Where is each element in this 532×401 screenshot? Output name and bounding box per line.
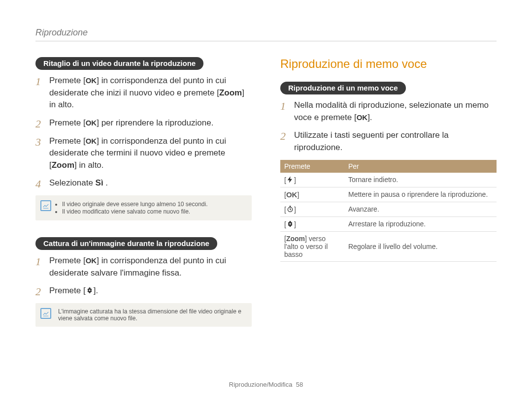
step-text: Premete [ — [49, 76, 86, 85]
option-label: Sì — [96, 178, 103, 187]
step-text: Utilizzate i tasti seguenti per controll… — [294, 130, 449, 152]
list-item: 2 Premete []. — [35, 285, 252, 297]
table-row: [] Tornare indietro. — [280, 173, 497, 187]
note-icon — [40, 308, 51, 319]
table-cell-desc: Arrestare la riproduzione. — [344, 216, 497, 231]
note-list: Il video originale deve essere lungo alm… — [62, 201, 246, 215]
table-header: Premete — [280, 160, 344, 173]
section2-pill: Cattura di un'immagine durante la riprod… — [35, 237, 217, 250]
timer-icon — [286, 205, 294, 213]
svg-point-0 — [89, 290, 90, 291]
table-cell-key: [] — [280, 173, 344, 187]
page-footer: Riproduzione/Modifica 58 — [0, 381, 532, 388]
table-row: [OK] Mettere in pausa o riprendere la ri… — [280, 187, 497, 202]
flash-icon — [286, 176, 294, 184]
table-header-row: Premete Per — [280, 160, 497, 173]
table-cell-desc: Mettere in pausa o riprendere la riprodu… — [344, 187, 497, 202]
table-cell-key: [] — [280, 216, 344, 231]
step-number: 1 — [35, 254, 41, 270]
step-number: 3 — [35, 134, 41, 150]
step-number: 2 — [35, 116, 41, 132]
step-text: Premete [ — [49, 286, 86, 295]
list-item: 4 Selezionate Sì . — [35, 177, 252, 189]
ok-icon: OK — [357, 112, 368, 123]
step-text: Premete [ — [49, 136, 86, 146]
step-text: Nella modalità di riproduzione, selezion… — [294, 100, 489, 122]
table-cell-desc: Regolare il livello del volume. — [344, 231, 497, 261]
list-item: 1 Premete [OK] in corrispondenza del pun… — [35, 255, 252, 279]
ok-icon: OK — [86, 136, 97, 147]
table-cell-key: [] — [280, 202, 344, 216]
zoom-label: Zoom — [286, 235, 305, 243]
table-cell-desc: Avanzare. — [344, 202, 497, 216]
content-columns: Ritaglio di un video durante la riproduz… — [35, 57, 497, 327]
table-row: [Zoom] verso l'alto o verso il basso Reg… — [280, 231, 497, 261]
note-box: L'immagine catturata ha la stessa dimens… — [35, 303, 252, 327]
step-number: 4 — [35, 176, 41, 192]
table-cell-desc: Tornare indietro. — [344, 173, 497, 187]
list-item: 2 Utilizzate i tasti seguenti per contro… — [280, 129, 497, 154]
ok-icon: OK — [86, 118, 97, 128]
step-number: 1 — [280, 98, 286, 114]
step-text: ]. — [94, 286, 98, 295]
right-pill: Riproduzione di un memo voce — [280, 82, 406, 94]
step-text: . — [103, 178, 108, 187]
step-number: 2 — [35, 284, 41, 300]
table-row: [] Avanzare. — [280, 202, 497, 216]
section2-steps: 1 Premete [OK] in corrispondenza del pun… — [35, 255, 252, 297]
page-number: 58 — [296, 381, 303, 388]
zoom-label: Zoom — [52, 160, 74, 170]
section1-steps: 1 Premete [OK] in corrispondenza del pun… — [35, 75, 252, 189]
note-item: L'immagine catturata ha la stessa dimens… — [58, 308, 241, 322]
right-column: Riproduzione di memo voce Riproduzione d… — [280, 57, 497, 327]
note-icon — [40, 200, 51, 211]
svg-point-2 — [289, 223, 291, 224]
step-text: ]. — [367, 113, 372, 122]
table-cell-key: [OK] — [280, 187, 344, 202]
right-steps: 1 Nella modalità di riproduzione, selezi… — [280, 99, 497, 154]
list-item: 1 Nella modalità di riproduzione, selezi… — [280, 99, 497, 123]
note-item: Il video modificato viene salvato come n… — [62, 208, 246, 215]
step-text: ] per riprendere la riproduzione. — [97, 118, 213, 127]
step-text: Premete [ — [49, 118, 86, 127]
flower-down-icon — [286, 220, 294, 228]
step-text: Selezionate — [49, 178, 96, 187]
step-number: 1 — [35, 74, 41, 90]
breadcrumb: Riproduzione — [35, 28, 497, 41]
ok-icon: OK — [86, 255, 97, 266]
table-cell-key: [Zoom] verso l'alto o verso il basso — [280, 231, 344, 261]
step-text: Premete [ — [49, 256, 86, 265]
flower-down-icon — [86, 286, 94, 294]
step-number: 2 — [280, 128, 286, 144]
table-header: Per — [344, 160, 497, 173]
section-title: Riproduzione di memo voce — [280, 57, 497, 71]
step-text: ] in alto. — [74, 160, 104, 170]
note-item: Il video originale deve essere lungo alm… — [62, 201, 246, 208]
left-column: Ritaglio di un video durante la riproduz… — [35, 57, 252, 327]
list-item: 1 Premete [OK] in corrispondenza del pun… — [35, 75, 252, 111]
list-item: 3 Premete [OK] in corrispondenza del pun… — [35, 135, 252, 172]
ok-icon: OK — [86, 75, 97, 86]
page: Riproduzione Ritaglio di un video durant… — [0, 0, 532, 401]
section1-pill: Ritaglio di un video durante la riproduz… — [35, 57, 203, 70]
note-box: Il video originale deve essere lungo alm… — [35, 195, 252, 220]
list-item: 2 Premete [OK] per riprendere la riprodu… — [35, 117, 252, 129]
controls-table: Premete Per [] Tornare indietro. [OK] Me… — [280, 160, 497, 262]
footer-section: Riproduzione/Modifica — [229, 381, 293, 388]
ok-icon: OK — [286, 190, 298, 199]
table-row: [] Arrestare la riproduzione. — [280, 216, 497, 231]
zoom-label: Zoom — [219, 88, 242, 97]
